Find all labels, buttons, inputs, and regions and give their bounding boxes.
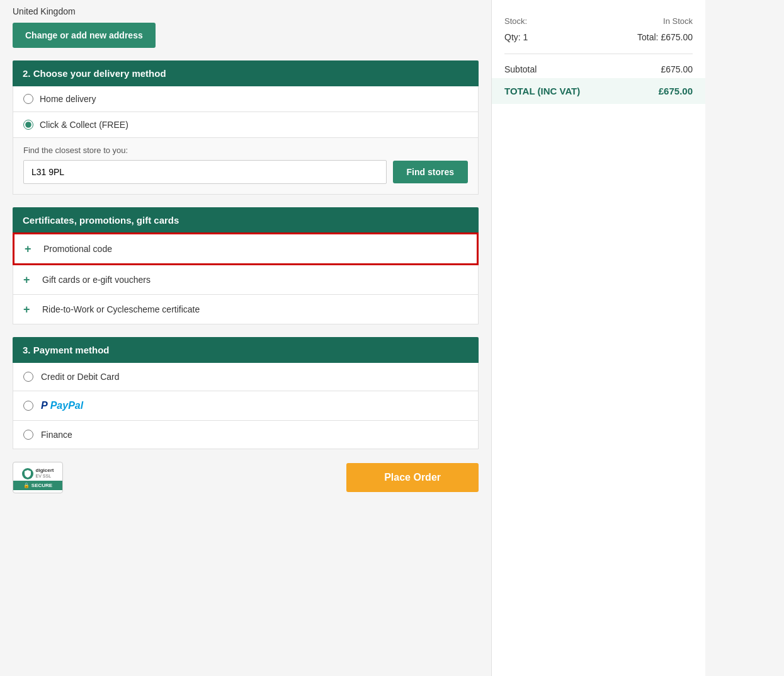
promotional-code-label: Promotional code <box>43 244 112 254</box>
total-inc-vat-value: £675.00 <box>659 86 693 96</box>
payment-section: 3. Payment method Credit or Debit Card P… <box>13 337 479 449</box>
paypal-payment-radio[interactable] <box>23 401 33 411</box>
digicert-name: digicert <box>36 468 54 474</box>
home-delivery-option[interactable]: Home delivery <box>13 86 479 112</box>
find-store-row: Find stores <box>23 160 468 184</box>
postcode-input[interactable] <box>23 160 387 184</box>
card-payment-radio[interactable] <box>23 372 33 382</box>
ride-to-work-plus-icon: + <box>23 304 33 315</box>
finance-payment-option[interactable]: Finance <box>13 421 479 449</box>
total-label: Total: £675.00 <box>637 32 693 42</box>
lock-icon: 🔒 <box>23 483 30 488</box>
gift-cards-item[interactable]: + Gift cards or e-gift vouchers <box>13 265 479 295</box>
paypal-p-icon: P <box>41 400 48 411</box>
digicert-logo-icon <box>22 468 33 479</box>
digicert-top: digicert EV SSL <box>20 466 57 481</box>
subtotal-row: Subtotal £675.00 <box>504 58 693 78</box>
change-address-button[interactable]: Change or add new address <box>13 23 156 48</box>
promotional-code-item[interactable]: + Promotional code <box>13 232 479 265</box>
home-delivery-label: Home delivery <box>40 94 96 104</box>
paypal-payment-option[interactable]: P PayPal <box>13 391 479 421</box>
digicert-inner: digicert EV SSL 🔒 SECURE <box>13 462 62 493</box>
certificates-section-header: Certificates, promotions, gift cards <box>13 207 479 233</box>
total-inc-vat-label: TOTAL (INC VAT) <box>504 86 580 96</box>
click-collect-label: Click & Collect (FREE) <box>40 120 128 130</box>
find-store-label: Find the closest store to you: <box>23 146 468 155</box>
home-delivery-radio[interactable] <box>23 94 33 104</box>
certificates-section: Certificates, promotions, gift cards + P… <box>13 207 479 324</box>
delivery-section-header: 2. Choose your delivery method <box>13 60 479 86</box>
place-order-button[interactable]: Place Order <box>346 463 479 492</box>
finance-payment-label: Finance <box>41 430 72 440</box>
card-payment-label: Credit or Debit Card <box>41 372 120 382</box>
summary-divider <box>504 54 693 54</box>
stock-label: Stock: <box>504 16 527 26</box>
qty-total-row: Qty: 1 Total: £675.00 <box>504 30 693 50</box>
total-inc-vat-row: TOTAL (INC VAT) £675.00 <box>492 78 705 104</box>
finance-payment-radio[interactable] <box>23 430 33 440</box>
find-stores-button[interactable]: Find stores <box>393 161 468 183</box>
gift-cards-label: Gift cards or e-gift vouchers <box>42 275 151 285</box>
qty-label: Qty: 1 <box>504 32 528 42</box>
promotional-code-plus-icon: + <box>25 243 35 255</box>
stock-value: In Stock <box>663 16 693 26</box>
digicert-badge: digicert EV SSL 🔒 SECURE <box>13 462 63 493</box>
ride-to-work-label: Ride-to-Work or Cyclescheme certificate <box>42 304 200 314</box>
order-summary: Stock: In Stock Qty: 1 Total: £675.00 Su… <box>504 6 693 104</box>
card-payment-option[interactable]: Credit or Debit Card <box>13 363 479 391</box>
subtotal-value: £675.00 <box>661 64 693 74</box>
click-collect-radio[interactable] <box>23 120 33 130</box>
digicert-ev-ssl: EV SSL <box>36 474 54 479</box>
ride-to-work-item[interactable]: + Ride-to-Work or Cyclescheme certificat… <box>13 295 479 324</box>
order-summary-panel: Stock: In Stock Qty: 1 Total: £675.00 Su… <box>491 0 705 676</box>
click-collect-expanded: Find the closest store to you: Find stor… <box>13 138 479 195</box>
digicert-secure-bar: 🔒 SECURE <box>13 481 62 490</box>
gift-cards-plus-icon: + <box>23 274 33 285</box>
subtotal-label: Subtotal <box>504 64 537 74</box>
stock-row: Stock: In Stock <box>504 13 693 30</box>
bottom-row: digicert EV SSL 🔒 SECURE Place Order <box>13 462 479 493</box>
paypal-payment-label: P PayPal <box>41 400 83 411</box>
click-collect-option[interactable]: Click & Collect (FREE) <box>13 112 479 138</box>
payment-section-header: 3. Payment method <box>13 337 479 363</box>
digicert-secure-label: SECURE <box>31 483 52 488</box>
digicert-text-block: digicert EV SSL <box>36 468 54 478</box>
address-country: United Kingdom <box>13 6 479 23</box>
paypal-text: PayPal <box>50 400 83 411</box>
delivery-section: 2. Choose your delivery method Home deli… <box>13 60 479 195</box>
